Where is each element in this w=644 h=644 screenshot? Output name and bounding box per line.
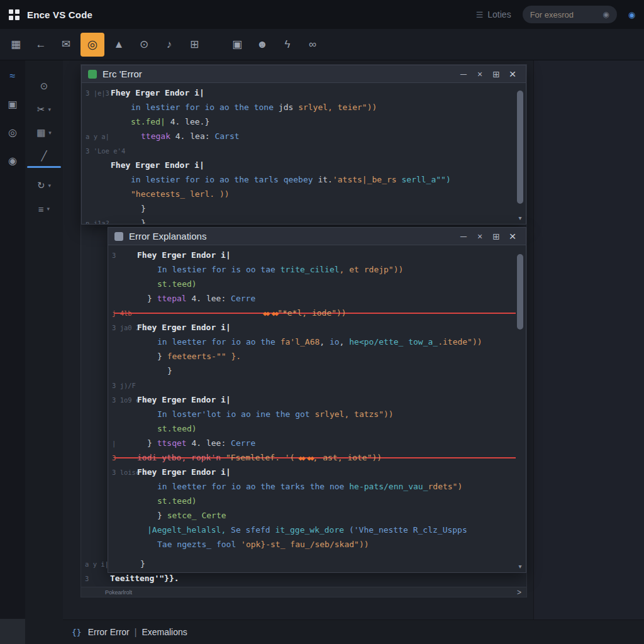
chevron-down-icon[interactable]: ▾ xyxy=(47,206,50,212)
history-icon[interactable]: ⊙ xyxy=(133,34,155,55)
chat-icon[interactable]: ✉ xyxy=(55,34,77,55)
pulse-icon[interactable]: ≈ xyxy=(10,70,16,82)
warning-icon[interactable]: ▲ xyxy=(108,34,130,55)
link-icon[interactable]: ∞ xyxy=(302,34,323,55)
line-content: ttegak 4. lea: Carst xyxy=(111,131,240,141)
grid-icon[interactable]: ⊞ xyxy=(489,69,503,79)
menu-label: Loties xyxy=(487,9,511,19)
apps-grid-icon[interactable]: ▦ xyxy=(5,34,26,55)
chevron-down-icon[interactable]: ▾ xyxy=(48,130,52,136)
line-gutter: 3 ja0 2 2 xyxy=(108,324,137,331)
code-line: In loster'lot io ao ine the got srlyel, … xyxy=(108,407,526,421)
window-title: Erc 'Error xyxy=(103,69,451,79)
line-content: In lestier for is oo tae trite_ciliel, e… xyxy=(137,265,403,274)
line-gutter: 3 'Loe e'4 xyxy=(82,147,111,155)
titlebar: Ence VS Code ☰ Loties For exesrod ◉ ◉ xyxy=(0,0,644,29)
back-icon[interactable]: ← xyxy=(30,34,52,55)
close-icon[interactable]: × xyxy=(506,230,519,243)
app-logo-icon xyxy=(9,9,19,20)
line-gutter: 3 1o9 e 8 xyxy=(108,396,137,404)
grid-icon[interactable]: ⊞ xyxy=(489,231,503,242)
search-input[interactable]: For exesrod ◉ xyxy=(523,6,617,23)
close-icon[interactable]: × xyxy=(506,67,519,81)
restore-icon[interactable]: × xyxy=(473,69,487,79)
code-line: |Aegelt_helalsl, Se sfefd it_gge_wk_dore… xyxy=(108,523,526,537)
code-line: 3Teeitteng'"}}. xyxy=(81,571,526,586)
vertical-scrollbar[interactable]: ▾ xyxy=(517,87,523,211)
scroll-down-icon[interactable]: ▾ xyxy=(517,214,523,221)
chevron-down-icon[interactable]: ▾ xyxy=(48,106,52,113)
code-line: st.teed) xyxy=(108,277,526,291)
code-line-error: 3iodi ytbo, ropk'n "Fsemlelef. '(◆◆ ◆◆, … xyxy=(108,450,526,465)
window-controls: ─×⊞× xyxy=(457,230,519,243)
line-gutter: 3 xyxy=(108,252,137,259)
line-content: Fhey Erger Endor i| xyxy=(137,395,231,404)
scrollbar-thumb[interactable] xyxy=(517,254,523,330)
line-content: st.teed) xyxy=(137,279,197,289)
code-line: } ttepal 4. lee: Cerre xyxy=(108,291,526,306)
menu-button[interactable]: ☰ Loties xyxy=(476,9,511,19)
line-content: Fhey Erger Endor i| xyxy=(137,467,231,477)
grid-icon[interactable]: ▦▾ xyxy=(36,127,52,138)
layers-icon[interactable]: ≡▾ xyxy=(38,203,50,214)
chart-icon: ╱ xyxy=(41,150,47,162)
flash-icon[interactable]: ϟ xyxy=(277,34,298,55)
vertical-scrollbar[interactable]: ▾ xyxy=(517,249,523,560)
base-rows: a y i|}3Teeitteng'"}}. xyxy=(81,557,526,586)
line-content: in lestier for io ao the tone jds srlyel… xyxy=(111,103,377,112)
code-line: a y a|ttegak 4. lea: Carst xyxy=(82,129,526,143)
horizontal-scrollbar[interactable]: Pokearlrolt > xyxy=(81,587,526,597)
line-gutter: a y a| xyxy=(82,133,111,140)
line-gutter: | xyxy=(108,440,137,447)
camera-icon[interactable]: ◉ xyxy=(8,155,17,167)
scroll-right-icon[interactable]: > xyxy=(517,588,521,597)
window-error-header[interactable]: Erc 'Error ─×⊞× xyxy=(82,65,526,83)
code-line: n j1a?} xyxy=(82,216,526,224)
window-error-explanations: Error Explanations ─×⊞× 3Fhey Erger Endo… xyxy=(108,227,526,573)
line-gutter: 3 j)/F xyxy=(108,382,137,389)
restore-icon[interactable]: × xyxy=(473,231,487,242)
window1-body: 3 |e|3Fhey Erger Endor i|in lestier for … xyxy=(82,83,526,224)
line-content: st.fed| 4. lee.} xyxy=(111,117,209,126)
minimize-icon[interactable]: ─ xyxy=(457,69,470,79)
line-content: |Aegelt_helalsl, Se sfefd it_gge_wk_dore… xyxy=(137,525,467,535)
scrollbar-thumb[interactable] xyxy=(517,91,523,204)
avatar-icon[interactable]: ◉ xyxy=(628,10,635,19)
crop-icon[interactable]: ▣ xyxy=(8,98,17,110)
power-icon[interactable]: ⊙ xyxy=(40,80,48,92)
user-icon[interactable]: ☻ xyxy=(252,34,273,55)
line-content: Fhey Erger Endor i| xyxy=(137,323,231,332)
line-content: ◆◆ ◆◆"*e*l, iode")) xyxy=(137,308,347,318)
code-line: } xyxy=(108,364,526,378)
code-line: a y i|} xyxy=(81,557,526,571)
record-icon[interactable]: ◎ xyxy=(8,126,17,138)
editor-canvas: Erc 'Error ─×⊞× 3 |e|3Fhey Erger Endor i… xyxy=(80,64,527,597)
status-bar: {} Error Error | Exemalions xyxy=(63,619,644,644)
window-error: Erc 'Error ─×⊞× 3 |e|3Fhey Erger Endor i… xyxy=(81,65,526,225)
line-content: Fhey Erger Endor i| xyxy=(137,250,231,260)
panel-strip: ⊙✂▾▦▾╱↻▾≡▾ xyxy=(25,60,63,644)
chevron-down-icon[interactable]: ▾ xyxy=(48,182,52,189)
window-error-explanations-header[interactable]: Error Explanations ─×⊞× xyxy=(108,228,526,245)
code-line: 3Fhey Erger Endor i| xyxy=(108,248,526,262)
chart-icon[interactable]: ╱ xyxy=(41,150,47,162)
layers-icon: ≡ xyxy=(38,204,44,214)
line-content: } feeteerts-"" }. xyxy=(137,352,241,361)
grid-panel-icon[interactable]: ⊞ xyxy=(184,34,205,55)
box-icon[interactable]: ▣ xyxy=(226,34,248,55)
braces-icon[interactable]: {} xyxy=(72,628,82,637)
minimize-icon[interactable]: ─ xyxy=(457,231,470,242)
code-line: in leetter for io ao the tarks the noe h… xyxy=(108,479,526,494)
window2-body: 3Fhey Erger Endor i|In lestier for is oo… xyxy=(108,245,526,572)
music-icon[interactable]: ♪ xyxy=(158,34,180,55)
status-text: Error Error | Exemalions xyxy=(88,627,187,637)
code-line: Fhey Erger Endor i| xyxy=(82,158,526,172)
activity-bar: ≈▣◎◉ xyxy=(0,60,25,644)
scissors-icon[interactable]: ✂▾ xyxy=(37,104,51,115)
refresh-icon[interactable]: ↻▾ xyxy=(37,180,51,191)
target-icon[interactable]: ◎ xyxy=(80,33,104,57)
code-line: st.fed| 4. lee.} xyxy=(82,114,526,129)
code-line: In lestier for is oo tae trite_ciliel, e… xyxy=(108,262,526,277)
window-title: Error Explanations xyxy=(129,231,451,242)
line-content: } setce_ Certe xyxy=(137,511,226,520)
